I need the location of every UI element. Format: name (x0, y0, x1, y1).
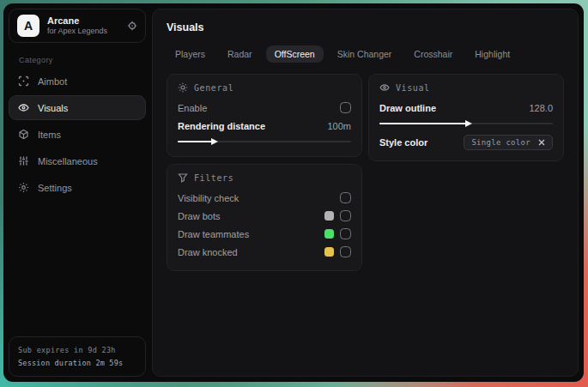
sidebar-item-visuals[interactable]: Visuals (9, 95, 146, 120)
draw-bots-row: Draw bots (178, 207, 351, 225)
draw-outline-value: 128.0 (529, 103, 553, 113)
sidebar-header: A Arcane for Apex Legends (9, 9, 146, 43)
draw-knocked-row: Draw knocked (178, 243, 351, 261)
enable-checkbox[interactable] (340, 102, 351, 113)
target-icon[interactable] (127, 21, 137, 31)
sidebar-item-items[interactable]: Items (9, 122, 146, 147)
sidebar-item-label: Items (38, 130, 61, 140)
filters-panel: Filters Visibility check Draw bots (167, 164, 362, 271)
visibility-check-checkbox[interactable] (340, 192, 351, 203)
eye-icon (379, 82, 390, 93)
draw-outline-label: Draw outline (379, 103, 436, 113)
style-color-row: Style color Single color (379, 133, 553, 151)
panel-title: General (194, 83, 233, 93)
rendering-distance-value: 100m (327, 121, 351, 131)
sun-icon (178, 82, 188, 93)
sidebar-item-label: Visuals (38, 103, 68, 113)
page-title: Visuals (167, 21, 564, 33)
style-color-label: Style color (379, 137, 427, 148)
draw-teammates-color-swatch[interactable] (324, 229, 334, 239)
general-panel: General Enable Rendering distance 100m (167, 74, 362, 157)
sidebar-item-label: Aimbot (38, 76, 67, 87)
draw-knocked-checkbox[interactable] (340, 246, 351, 257)
app-window: A Arcane for Apex Legends Category (3, 3, 584, 382)
eye-icon (18, 102, 29, 113)
tab-bar: Players Radar OffScreen Skin Changer Cro… (167, 45, 564, 63)
draw-teammates-row: Draw teammates (178, 225, 351, 243)
tab-offscreen[interactable]: OffScreen (266, 45, 324, 63)
visibility-check-row: Visibility check (178, 189, 351, 207)
sidebar-item-aimbot[interactable]: Aimbot (9, 69, 146, 94)
package-icon (18, 129, 29, 140)
tab-skin-changer[interactable]: Skin Changer (329, 45, 401, 63)
draw-outline-row: Draw outline 128.0 (379, 99, 553, 117)
sidebar-item-label: Settings (38, 183, 72, 193)
panel-title: Visual (396, 83, 430, 93)
style-color-select[interactable]: Single color (464, 135, 553, 150)
subscription-status: Sub expires in 9d 23h Session duration 2… (9, 336, 146, 377)
app-subtitle: for Apex Legends (47, 27, 119, 36)
sidebar-item-miscellaneous[interactable]: Miscellaneous (9, 148, 146, 173)
tab-players[interactable]: Players (167, 45, 214, 63)
sub-expiry-text: Sub expires in 9d 23h (18, 344, 136, 356)
sidebar: A Arcane for Apex Legends Category (3, 3, 151, 382)
tab-crosshair[interactable]: Crosshair (405, 45, 461, 63)
tab-radar[interactable]: Radar (219, 45, 261, 63)
slider-thumb[interactable] (465, 120, 472, 127)
draw-bots-color-swatch[interactable] (324, 211, 334, 221)
app-logo: A (17, 15, 39, 37)
visibility-check-label: Visibility check (178, 193, 239, 203)
sidebar-nav: Aimbot Visuals Items (9, 69, 146, 200)
enable-row: Enable (178, 99, 351, 117)
rendering-distance-slider[interactable] (178, 137, 351, 146)
tab-highlight[interactable]: Highlight (466, 45, 518, 63)
draw-teammates-checkbox[interactable] (340, 228, 351, 239)
main-panel: Visuals Players Radar OffScreen Skin Cha… (152, 9, 579, 377)
app-name: Arcane (47, 15, 119, 27)
enable-label: Enable (178, 103, 207, 113)
draw-bots-label: Draw bots (178, 211, 221, 221)
slider-thumb[interactable] (211, 138, 218, 145)
app-meta: Arcane for Apex Legends (47, 15, 119, 36)
draw-outline-slider[interactable] (379, 119, 553, 128)
rendering-distance-label: Rendering distance (178, 121, 265, 131)
draw-knocked-color-swatch[interactable] (324, 247, 334, 257)
visual-panel: Visual Draw outline 128.0 Style color (368, 74, 564, 161)
draw-teammates-label: Draw teammates (178, 229, 249, 239)
funnel-icon (178, 172, 188, 183)
style-color-value: Single color (471, 138, 530, 147)
crosshair-icon (18, 76, 29, 87)
session-duration-text: Session duration 2m 59s (18, 357, 136, 369)
gear-icon (18, 182, 29, 193)
panel-title: Filters (194, 173, 233, 183)
draw-knocked-label: Draw knocked (178, 247, 238, 257)
sidebar-item-settings[interactable]: Settings (9, 175, 146, 200)
close-icon[interactable] (538, 139, 545, 146)
rendering-distance-row: Rendering distance 100m (178, 117, 351, 135)
sliders-icon (18, 155, 29, 166)
category-label: Category (19, 56, 146, 64)
sidebar-item-label: Miscellaneous (38, 156, 98, 166)
draw-bots-checkbox[interactable] (340, 210, 351, 221)
